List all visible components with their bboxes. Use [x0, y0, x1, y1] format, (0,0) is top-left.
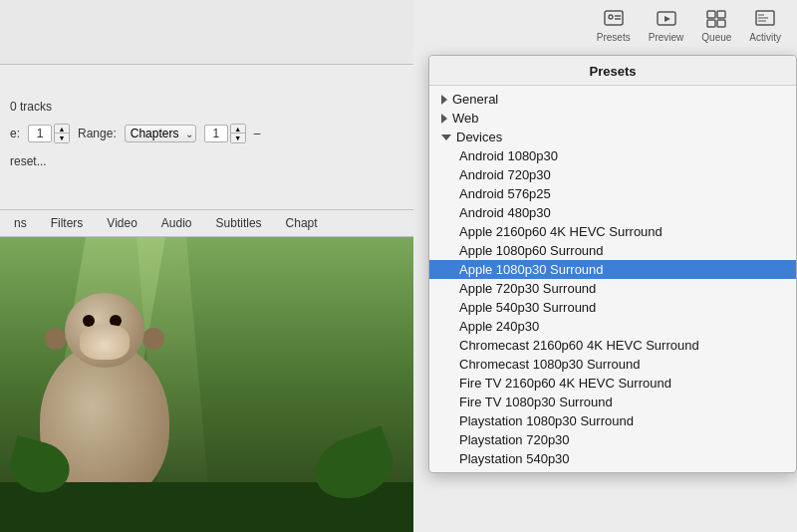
web-expand-icon	[441, 114, 447, 124]
preset-item-3[interactable]: Android 480p30	[429, 203, 796, 222]
presets-icon-label: Presets	[597, 32, 631, 43]
svg-point-1	[609, 15, 613, 19]
chapter-stepper-value: 1	[204, 125, 228, 142]
activity-toolbar-button[interactable]: Activity	[743, 5, 787, 45]
tab-chapters[interactable]: Chapt	[282, 214, 322, 232]
chapters-select[interactable]: Chapters	[125, 125, 196, 142]
preset-item-11[interactable]: Chromecast 1080p30 Surround	[429, 355, 796, 374]
presets-panel-title: Presets	[429, 56, 796, 86]
bear-ear-left	[45, 328, 67, 350]
presets-panel: Presets General Web Devices Android 1080…	[428, 55, 797, 473]
preset-item-14[interactable]: Playstation 1080p30 Surround	[429, 411, 796, 430]
preset-item-8[interactable]: Apple 540p30 Surround	[429, 298, 796, 317]
svg-marker-5	[664, 16, 670, 22]
chapter-stepper-buttons[interactable]: ▲ ▼	[230, 124, 246, 143]
preset-item-4[interactable]: Apple 2160p60 4K HEVC Surround	[429, 222, 796, 241]
preset-item-2[interactable]: Android 576p25	[429, 184, 796, 203]
group-general[interactable]: General	[429, 90, 796, 109]
queue-icon	[702, 7, 730, 31]
preview-toolbar-button[interactable]: Preview	[643, 5, 690, 45]
preset-item-13[interactable]: Fire TV 1080p30 Surround	[429, 393, 796, 411]
tab-filters[interactable]: Filters	[47, 214, 88, 232]
svg-rect-9	[717, 20, 725, 27]
queue-toolbar-button[interactable]: Queue	[695, 5, 737, 45]
video-scene	[0, 237, 413, 532]
preset-item-0[interactable]: Android 1080p30	[429, 146, 796, 165]
range-label: Range:	[78, 127, 117, 140]
bear-ear-right	[142, 328, 164, 350]
tab-video[interactable]: Video	[103, 214, 140, 232]
stepper-value: 1	[28, 125, 52, 142]
tracks-label: 0 tracks	[10, 100, 52, 114]
preset-item-7[interactable]: Apple 720p30 Surround	[429, 279, 796, 298]
svg-rect-6	[707, 11, 715, 18]
group-devices-label: Devices	[456, 130, 502, 144]
activity-icon-label: Activity	[749, 32, 781, 43]
video-preview	[0, 237, 413, 532]
preset-item-1[interactable]: Android 720p30	[429, 165, 796, 184]
svg-rect-8	[707, 20, 715, 27]
svg-rect-7	[717, 11, 725, 18]
range-prefix-label: e:	[10, 127, 20, 140]
presets-content: General Web Devices Android 1080p30Andro…	[429, 86, 796, 472]
group-devices[interactable]: Devices	[429, 128, 796, 146]
activity-icon	[751, 7, 779, 31]
group-web-label: Web	[452, 111, 479, 126]
chapter-stepper-down[interactable]: ▼	[231, 133, 245, 142]
group-general-label: General	[452, 92, 498, 107]
preset-item-6[interactable]: Apple 1080p30 Surround	[429, 260, 796, 279]
bear-mouth	[80, 325, 130, 360]
app-toolbar	[0, 0, 413, 65]
preset-item-9[interactable]: Apple 240p30	[429, 317, 796, 336]
tab-audio[interactable]: Audio	[157, 214, 196, 232]
chapter-stepper-up[interactable]: ▲	[231, 125, 245, 133]
tabs-bar: ns Filters Video Audio Subtitles Chapt	[0, 209, 413, 237]
device-presets-list: Android 1080p30Android 720p30Android 576…	[429, 146, 796, 468]
general-expand-icon	[441, 95, 447, 105]
range-dash: –	[254, 127, 261, 140]
stepper-down[interactable]: ▼	[55, 133, 69, 142]
stepper-buttons[interactable]: ▲ ▼	[54, 124, 70, 143]
range-row: e: 1 ▲ ▼ Range: Chapters 1 ▲ ▼ –	[0, 120, 413, 147]
devices-collapse-icon	[441, 134, 451, 140]
svg-rect-0	[605, 11, 623, 25]
preset-row: reset...	[0, 149, 413, 173]
tracks-row: 0 tracks	[0, 95, 413, 119]
chapter-stepper[interactable]: 1 ▲ ▼	[204, 124, 246, 143]
bear-head	[65, 293, 144, 368]
preset-item-15[interactable]: Playstation 720p30	[429, 430, 796, 449]
preset-item-16[interactable]: Playstation 540p30	[429, 449, 796, 468]
preset-item-12[interactable]: Fire TV 2160p60 4K HEVC Surround	[429, 374, 796, 393]
episode-stepper[interactable]: 1 ▲ ▼	[28, 124, 70, 143]
group-web[interactable]: Web	[429, 109, 796, 128]
chapters-select-wrapper[interactable]: Chapters	[125, 125, 196, 142]
preset-item-5[interactable]: Apple 1080p60 Surround	[429, 241, 796, 260]
toolbar-icons-area: Presets Preview Queue	[591, 5, 787, 45]
presets-icon	[600, 7, 628, 31]
presets-toolbar-button[interactable]: Presets	[591, 5, 637, 45]
preview-icon	[653, 7, 680, 31]
tab-subtitles[interactable]: Subtitles	[212, 214, 266, 232]
preview-icon-label: Preview	[649, 32, 684, 43]
tab-ns[interactable]: ns	[10, 214, 31, 232]
queue-icon-label: Queue	[701, 32, 731, 43]
preset-label: reset...	[10, 154, 47, 168]
stepper-up[interactable]: ▲	[55, 125, 69, 133]
preset-item-10[interactable]: Chromecast 2160p60 4K HEVC Surround	[429, 336, 796, 355]
